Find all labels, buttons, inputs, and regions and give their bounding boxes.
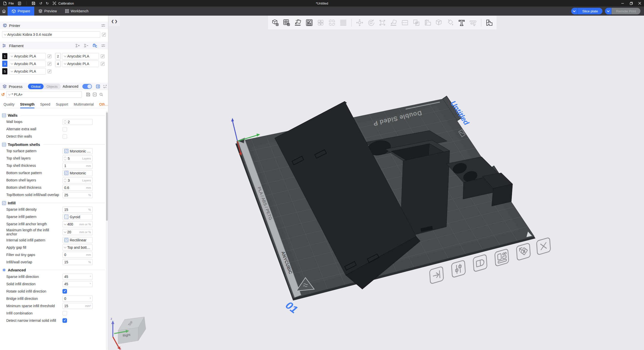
rotate-tool-button[interactable]	[366, 18, 376, 27]
filament-select[interactable]: Anycubic PLA	[9, 53, 46, 59]
process-tab-oth[interactable]: Oth…	[99, 102, 109, 106]
setting-field[interactable]: 15%	[62, 207, 93, 213]
close-button[interactable]	[635, 0, 644, 7]
setting-field[interactable]: 0.6mm	[62, 185, 93, 191]
advanced-toggle[interactable]	[82, 84, 92, 89]
filament-color-chip[interactable]: 5	[2, 68, 8, 75]
redo-icon[interactable]: ↻	[46, 2, 49, 5]
filament-color-chip[interactable]: 4	[55, 60, 61, 67]
remote-print-button[interactable]: Remote Print	[612, 8, 640, 14]
print-options-button[interactable]	[605, 8, 612, 14]
process-tab-quality[interactable]: Quality	[4, 102, 15, 106]
filament-edit-icon[interactable]	[47, 62, 52, 66]
filament-color-chip[interactable]: 2	[55, 53, 61, 59]
navigation-cube[interactable]: Top Right z x	[111, 317, 146, 350]
spinner-arrows-icon[interactable]	[64, 157, 66, 160]
auto-arrange-button[interactable]: AUTO	[293, 18, 303, 27]
move-tool-button[interactable]	[355, 18, 364, 27]
home-button[interactable]	[0, 7, 8, 16]
process-tab-support[interactable]: Support	[56, 102, 68, 106]
filament-select[interactable]: Anycubic PLA	[9, 60, 46, 67]
setting-field[interactable]: 25%	[62, 192, 93, 198]
setting-field[interactable]: 400mm or %	[62, 221, 93, 227]
save-icon[interactable]	[31, 1, 36, 6]
undo-icon[interactable]: ↺	[39, 2, 42, 5]
tab-prepare[interactable]: Prepare	[8, 7, 34, 16]
remove-filament-icon[interactable]	[84, 43, 88, 48]
settings-scrollbar-thumb[interactable]	[106, 112, 108, 221]
slice-plate-button[interactable]: Slice plate	[578, 8, 602, 14]
plate-number-label[interactable]: 01	[283, 299, 300, 316]
sync-filament-icon[interactable]	[92, 43, 97, 48]
filament-color-chip[interactable]: 1	[2, 53, 8, 59]
printer-settings-icon[interactable]	[101, 23, 106, 28]
printer-select[interactable]: Anycubic Kobra 3 0.4 nozzle	[2, 31, 100, 38]
plate-align-icon[interactable]	[429, 266, 444, 284]
setting-field[interactable]: 3Layers	[62, 177, 93, 183]
setting-field[interactable]: Monotonic	[62, 170, 93, 176]
filament-edit-icon[interactable]	[47, 69, 52, 74]
variable-layer-height-button[interactable]	[338, 18, 348, 27]
plate-label-icon[interactable]	[473, 254, 487, 272]
preset-select[interactable]: * PLA+	[6, 91, 82, 98]
place-on-face-button[interactable]	[389, 18, 398, 27]
viewport-3d[interactable]: Double Sided P PLA / ABS / PETG ANYCUBIC	[109, 16, 644, 350]
setting-field[interactable]: 2	[62, 119, 93, 125]
spinner-arrows-icon[interactable]	[64, 120, 66, 123]
simplify-model-button[interactable]	[434, 18, 444, 27]
setting-field[interactable]: 45°	[62, 274, 93, 280]
setting-field[interactable]: 0mm	[62, 252, 93, 258]
setting-checkbox[interactable]	[62, 134, 67, 139]
tab-workbench[interactable]: Workbench	[61, 7, 93, 16]
save-preset-icon[interactable]	[86, 92, 90, 97]
setting-field[interactable]: 5Layers	[62, 155, 93, 162]
delete-preset-icon[interactable]	[92, 92, 97, 97]
minimize-button[interactable]	[618, 0, 627, 7]
collapse-panel-button[interactable]: ❮ ❯	[109, 16, 120, 26]
setting-field[interactable]: 45°	[62, 281, 93, 287]
filament-select[interactable]: Anycubic PLA	[9, 68, 46, 75]
calibration-menu[interactable]: Calibration	[52, 1, 74, 6]
add-plate-button[interactable]	[282, 18, 291, 27]
plate-settings-icon[interactable]	[451, 260, 465, 278]
slice-options-button[interactable]	[571, 8, 578, 14]
add-filament-icon[interactable]	[75, 43, 80, 48]
setting-field[interactable]: 15mm²	[62, 303, 93, 309]
plate-delete-icon[interactable]	[536, 237, 551, 255]
section-header[interactable]: Infill	[2, 201, 105, 205]
process-tab-speed[interactable]: Speed	[40, 102, 50, 106]
setting-list-icon[interactable]	[96, 84, 100, 89]
filament-settings-icon[interactable]	[101, 43, 106, 48]
scope-global[interactable]: Global	[28, 84, 44, 89]
setting-checkbox[interactable]	[62, 311, 67, 315]
setting-field[interactable]: Monotonic …	[62, 148, 93, 154]
split-part-button[interactable]	[423, 18, 432, 27]
process-tab-multimaterial[interactable]: Multimaterial	[74, 102, 94, 106]
filament-select[interactable]: Anycubic PLA	[62, 53, 99, 59]
setting-field[interactable]: Top and bott…	[62, 244, 93, 250]
split-to-objects-button[interactable]	[316, 18, 325, 27]
spinner-arrows-icon[interactable]	[64, 179, 66, 182]
assembly-view-button[interactable]	[485, 18, 494, 27]
printer-edit-icon[interactable]	[102, 33, 106, 37]
setting-field[interactable]: 1mm	[62, 163, 93, 169]
filament-color-chip[interactable]: 3	[2, 60, 8, 67]
notes-icon[interactable]	[17, 1, 22, 6]
plate-reset-icon[interactable]	[516, 243, 530, 261]
scope-objects[interactable]: Objects	[44, 84, 61, 89]
setting-checkbox[interactable]	[62, 127, 67, 132]
filament-edit-icon[interactable]	[47, 54, 52, 58]
plate-arrange-icon[interactable]	[495, 249, 509, 266]
scene-canvas[interactable]: Double Sided P PLA / ABS / PETG ANYCUBIC	[109, 16, 644, 350]
search-preset-icon[interactable]	[99, 92, 104, 97]
filament-edit-icon[interactable]	[100, 62, 105, 66]
split-to-parts-button[interactable]	[327, 18, 337, 27]
compare-presets-icon[interactable]: AB	[103, 84, 107, 89]
setting-field[interactable]: 20mm or %	[62, 229, 93, 235]
mesh-boolean-button[interactable]	[412, 18, 421, 27]
paint-tool-button[interactable]	[446, 18, 455, 27]
cut-tool-button[interactable]	[400, 18, 410, 27]
reset-preset-icon[interactable]: ↺	[1, 92, 6, 97]
filament-edit-icon[interactable]	[100, 54, 105, 58]
measure-tool-button[interactable]	[468, 18, 478, 27]
